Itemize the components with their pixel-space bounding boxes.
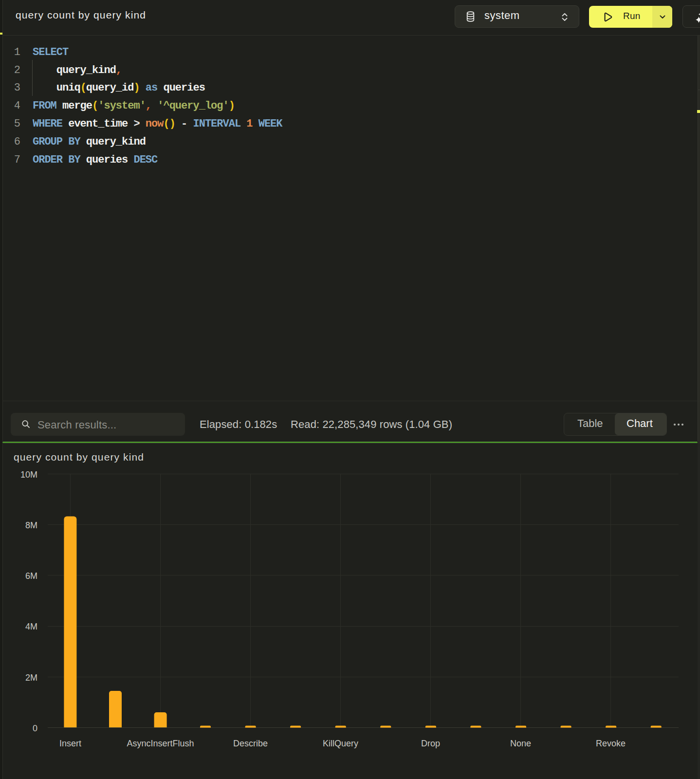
svg-text:2M: 2M [25,673,37,683]
svg-text:0: 0 [33,723,37,733]
svg-text:10M: 10M [20,470,37,480]
svg-text:Insert: Insert [59,739,81,748]
svg-text:KillQuery: KillQuery [323,739,358,748]
svg-text:8M: 8M [25,520,37,530]
svg-text:4M: 4M [25,622,37,631]
svg-text:AsyncInsertFlush: AsyncInsertFlush [127,739,194,748]
svg-text:Revoke: Revoke [596,739,626,748]
svg-text:None: None [510,739,531,748]
svg-text:Drop: Drop [421,739,440,748]
svg-text:Describe: Describe [233,739,268,748]
svg-text:6M: 6M [25,571,37,581]
